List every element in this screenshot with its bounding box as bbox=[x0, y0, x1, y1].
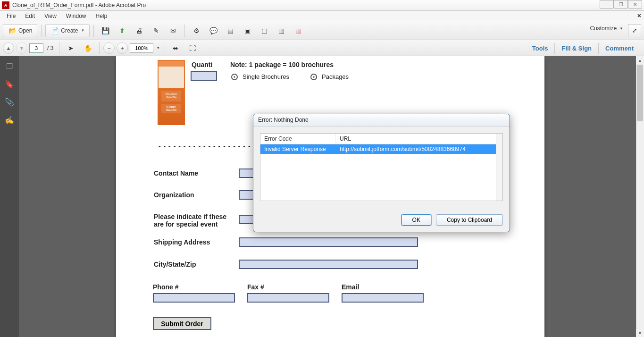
navigation-pane: ❐ 🔖 📎 ✍ bbox=[0, 56, 19, 337]
save-icon: 💾 bbox=[101, 26, 109, 35]
stamp-button[interactable]: ▣ bbox=[240, 24, 255, 37]
zoom-input[interactable] bbox=[130, 43, 153, 53]
close-document-button[interactable]: × bbox=[637, 12, 641, 19]
brochure-text-2: SHARED READING bbox=[161, 104, 181, 113]
fit-width-icon: ⬌ bbox=[171, 44, 180, 52]
chevron-down-icon: ▼ bbox=[81, 28, 84, 33]
window-controls: — ❐ ✕ bbox=[600, 0, 642, 8]
hand-icon: ✋ bbox=[84, 44, 92, 52]
hand-tool-button[interactable]: ✋ bbox=[80, 42, 95, 55]
create-label: Create bbox=[61, 27, 78, 34]
arrow-up-icon: ▲ bbox=[6, 45, 11, 51]
signatures-panel-button[interactable]: ✍ bbox=[4, 115, 15, 125]
fit-page-icon: ⛶ bbox=[188, 44, 197, 52]
phone-field[interactable] bbox=[153, 293, 235, 303]
share-button[interactable]: ⬆ bbox=[115, 24, 130, 37]
menu-view[interactable]: View bbox=[40, 12, 61, 20]
close-button[interactable]: ✕ bbox=[628, 0, 642, 8]
acrobat-icon: A bbox=[2, 1, 9, 9]
fax-field[interactable] bbox=[247, 293, 329, 303]
minimize-button[interactable]: — bbox=[600, 0, 614, 8]
cursor-icon: ➤ bbox=[67, 44, 75, 52]
customize-button[interactable]: Customize ▼ bbox=[590, 25, 623, 32]
zoom-out-button[interactable]: − bbox=[103, 42, 115, 54]
action-button[interactable]: ▦ bbox=[291, 24, 306, 37]
city-state-zip-field[interactable] bbox=[239, 260, 418, 269]
signature-icon: ✍ bbox=[5, 116, 14, 125]
fit-page-button[interactable]: ⛶ bbox=[185, 42, 200, 55]
customize-label: Customize bbox=[590, 25, 617, 32]
menu-window[interactable]: Window bbox=[61, 12, 91, 20]
radio-packages[interactable]: Packages bbox=[310, 73, 349, 80]
vertical-scrollbar[interactable]: ▲ ▼ bbox=[636, 56, 644, 337]
share-icon: ⬆ bbox=[118, 26, 126, 35]
open-button[interactable]: 📂 Open bbox=[3, 24, 37, 37]
comment-button[interactable]: 💬 bbox=[206, 24, 221, 37]
separator bbox=[41, 25, 42, 37]
previous-page-button[interactable]: ▲ bbox=[3, 42, 14, 54]
col-error-code[interactable]: Error Code bbox=[260, 134, 336, 144]
col-url[interactable]: URL bbox=[336, 134, 502, 144]
cell-error-code: Invalid Server Response bbox=[260, 144, 336, 154]
copy-clipboard-button[interactable]: Copy to Clipboard bbox=[436, 214, 503, 226]
separator bbox=[99, 42, 100, 54]
page-number-input[interactable] bbox=[29, 43, 43, 53]
submit-label: Submit Order bbox=[161, 320, 203, 328]
thumbnails-panel-button[interactable]: ❐ bbox=[4, 61, 15, 71]
email-field[interactable] bbox=[342, 293, 424, 303]
radio-single-brochures[interactable]: Single Brochures bbox=[231, 73, 289, 80]
email-button[interactable]: ✉ bbox=[166, 24, 181, 37]
plus-icon: + bbox=[121, 45, 124, 51]
tab-fill-sign[interactable]: Fill & Sign bbox=[554, 43, 598, 54]
scroll-up-button[interactable]: ▲ bbox=[636, 56, 644, 64]
right-panel-tabs: Tools Fill & Sign Comment bbox=[526, 43, 640, 54]
radio-single-label: Single Brochures bbox=[243, 73, 289, 80]
scroll-down-button[interactable]: ▼ bbox=[636, 329, 644, 337]
zoom-in-button[interactable]: + bbox=[117, 42, 128, 54]
page-total-label: / 3 bbox=[47, 45, 53, 51]
table-row[interactable]: Invalid Server Response http://submit.jo… bbox=[260, 144, 502, 154]
scroll-thumb[interactable] bbox=[637, 65, 643, 121]
restore-button[interactable]: ❐ bbox=[614, 0, 628, 8]
print-button[interactable]: 🖨 bbox=[132, 24, 147, 37]
minus-icon: − bbox=[108, 45, 110, 51]
next-page-button[interactable]: ▼ bbox=[16, 42, 27, 54]
submit-order-button[interactable]: Submit Order bbox=[153, 317, 211, 330]
quantity-field[interactable] bbox=[191, 71, 217, 81]
edit-button[interactable]: ✎ bbox=[149, 24, 164, 37]
contact-name-label: Contact Name bbox=[154, 169, 198, 177]
brochure-text-1: DIALOGIC READING bbox=[161, 91, 181, 101]
organize-icon: ▥ bbox=[277, 26, 285, 35]
table-header: Error Code URL bbox=[260, 134, 502, 144]
fit-width-button[interactable]: ⬌ bbox=[168, 42, 183, 55]
select-tool-button[interactable]: ➤ bbox=[63, 42, 78, 55]
bookmarks-panel-button[interactable]: 🔖 bbox=[4, 79, 15, 89]
ok-button[interactable]: OK bbox=[401, 214, 431, 226]
table-scrollbar[interactable] bbox=[496, 134, 502, 201]
organize-button[interactable]: ▥ bbox=[274, 24, 289, 37]
error-table: Error Code URL Invalid Server Response h… bbox=[260, 133, 503, 201]
menu-help[interactable]: Help bbox=[91, 12, 112, 20]
chevron-down-icon[interactable]: ▼ bbox=[156, 46, 160, 50]
menu-file[interactable]: File bbox=[2, 12, 20, 20]
settings-button[interactable]: ⚙ bbox=[189, 24, 204, 37]
save-button[interactable]: 💾 bbox=[98, 24, 113, 37]
shipping-address-field[interactable] bbox=[239, 237, 418, 247]
menu-edit[interactable]: Edit bbox=[20, 12, 40, 20]
dialog-title: Error: Nothing Done bbox=[253, 114, 510, 126]
radio-packages-label: Packages bbox=[322, 73, 349, 80]
tab-tools[interactable]: Tools bbox=[526, 43, 555, 54]
tab-comment[interactable]: Comment bbox=[598, 43, 640, 54]
form-button[interactable]: ▤ bbox=[223, 24, 238, 37]
organization-label: Organization bbox=[154, 191, 194, 199]
sign-icon: ▢ bbox=[260, 26, 268, 35]
separator bbox=[59, 42, 59, 54]
attachments-panel-button[interactable]: 📎 bbox=[4, 97, 15, 107]
read-mode-button[interactable]: ⤢ bbox=[628, 24, 641, 37]
envelope-icon: ✉ bbox=[169, 26, 177, 35]
note-label: Note: 1 package = 100 brochures bbox=[230, 61, 334, 68]
city-state-zip-label: City/State/Zip bbox=[154, 261, 196, 268]
sign-button[interactable]: ▢ bbox=[257, 24, 272, 37]
dialog-body: Error Code URL Invalid Server Response h… bbox=[253, 126, 510, 208]
create-button[interactable]: 📄 Create ▼ bbox=[45, 24, 90, 37]
